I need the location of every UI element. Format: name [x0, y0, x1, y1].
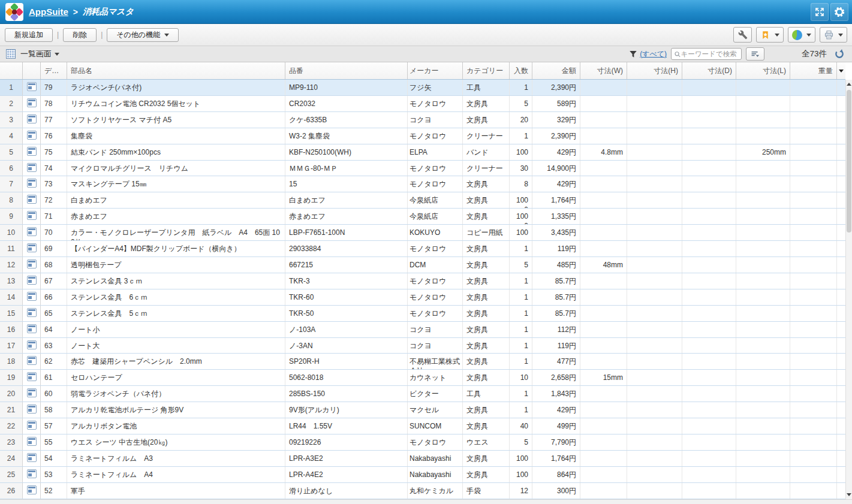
cell-icon[interactable]: [23, 241, 41, 256]
table-row[interactable]: 674マイクロマルチグリース リチウムＭＭＧ-80-ＭＰモノタロウクリーナー30…: [0, 161, 845, 177]
record-form-icon[interactable]: [27, 227, 37, 236]
table-row[interactable]: 2553ラミネートフィルム A4LPR-A4E2Nakabayashi文房具10…: [0, 467, 845, 483]
record-form-icon[interactable]: [27, 195, 37, 204]
record-form-icon[interactable]: [27, 356, 37, 365]
admin-tools-button[interactable]: [733, 27, 752, 43]
column-chooser-button[interactable]: [837, 62, 845, 79]
cell-icon[interactable]: [23, 144, 41, 160]
table-row[interactable]: 1664ノート小ノ-103Aコクヨ文房具1112円: [0, 322, 845, 338]
table-row[interactable]: 2454ラミネートフィルム A3LPR-A3E2Nakabayashi文房具10…: [0, 451, 845, 467]
record-form-icon[interactable]: [27, 211, 37, 220]
table-row[interactable]: 773マスキングテープ 15㎜15モノタロウ文房具8429円: [0, 176, 845, 192]
appsuite-logo-icon[interactable]: [5, 3, 23, 21]
record-form-icon[interactable]: [27, 131, 37, 140]
table-row[interactable]: 278リチウムコイン電池 CR2032 5個セットCR2032モノタロウ文房具5…: [0, 96, 845, 112]
record-form-icon[interactable]: [27, 388, 37, 397]
record-form-icon[interactable]: [27, 469, 37, 478]
view-selector[interactable]: 一覧画面: [20, 49, 52, 59]
record-form-icon[interactable]: [27, 276, 37, 285]
column-header-part_no[interactable]: 品番: [285, 62, 408, 79]
cell-icon[interactable]: [23, 370, 41, 385]
cell-icon[interactable]: [23, 434, 41, 450]
table-row[interactable]: 1268透明梱包テープ667215DCM文房具5485円48mm: [0, 257, 845, 273]
table-row[interactable]: 2257アルカリボタン電池LR44 1.55VSUNCOM文房具40499円: [0, 418, 845, 434]
record-form-icon[interactable]: [27, 163, 37, 172]
record-form-icon[interactable]: [27, 114, 37, 123]
record-form-icon[interactable]: [27, 405, 37, 414]
table-row[interactable]: 1466ステンレス金具 6ｃｍTKR-60モノタロウ文房具185.7円: [0, 289, 845, 306]
brand-link[interactable]: AppSuite: [29, 7, 68, 17]
cell-icon[interactable]: [23, 354, 41, 369]
chart-menu-button[interactable]: [788, 27, 815, 43]
column-header-part_name[interactable]: 部品名: [67, 62, 285, 79]
record-form-icon[interactable]: [27, 372, 37, 381]
horizontal-scroll-track[interactable]: [0, 499, 852, 504]
table-row[interactable]: 575結束バンド 250mm×100pcsKBF-N250100(WH)ELPA…: [0, 144, 845, 161]
column-header-weight[interactable]: 重量: [790, 62, 837, 79]
refresh-button[interactable]: [834, 49, 845, 59]
cell-icon[interactable]: [23, 273, 41, 289]
table-row[interactable]: 872白まめエフ白まめエフ今泉紙店文房具10001,764円: [0, 192, 845, 209]
table-row[interactable]: 377ソフトクリヤケース マチ付 A5クケ-6335Bコクヨ文房具20329円: [0, 112, 845, 128]
scrollbar-thumb[interactable]: [847, 90, 851, 233]
cell-icon[interactable]: [23, 402, 41, 418]
cell-icon[interactable]: [23, 306, 41, 321]
record-form-icon[interactable]: [27, 308, 37, 317]
table-row[interactable]: 476集塵袋W3-2 集塵袋モノタロウクリーナー12,390円: [0, 128, 845, 144]
fullscreen-button[interactable]: [811, 3, 829, 21]
add-new-button[interactable]: 新規追加: [5, 28, 53, 42]
cell-icon[interactable]: [23, 176, 41, 192]
record-form-icon[interactable]: [27, 259, 37, 268]
record-form-icon[interactable]: [27, 485, 37, 494]
vertical-scrollbar[interactable]: [845, 80, 852, 499]
chevron-down-icon[interactable]: [55, 53, 59, 56]
cell-icon[interactable]: [23, 386, 41, 402]
sort-options-button[interactable]: [746, 47, 764, 61]
table-row[interactable]: 2652軍手滑り止めなし丸和ケミカル手袋12300円: [0, 483, 845, 499]
table-row[interactable]: 1862赤芯 建築用シャープペンシル 2.0mmSP20R-H不易糊工業株式会社…: [0, 354, 845, 370]
print-menu-button[interactable]: [820, 27, 847, 43]
cell-icon[interactable]: [23, 418, 41, 434]
settings-button[interactable]: [830, 3, 848, 21]
more-functions-button[interactable]: その他の機能: [107, 28, 179, 42]
table-row[interactable]: 1961セロハンテープ5062-8018カウネット文房具102,658円15mm: [0, 370, 845, 386]
scroll-down-button[interactable]: [846, 490, 852, 499]
table-row[interactable]: 179ラジオペンチ(バネ付)MP9-110フジ矢工具12,390円: [0, 80, 845, 96]
table-row[interactable]: 1367ステンレス金具 3ｃｍTKR-3モノタロウ文房具185.7円: [0, 273, 845, 289]
column-header-dim_h[interactable]: 寸法(H): [627, 62, 682, 79]
record-form-icon[interactable]: [27, 421, 37, 430]
cell-icon[interactable]: [23, 192, 41, 208]
cell-icon[interactable]: [23, 128, 41, 144]
table-row[interactable]: 1070カラー・モノクロレーザープリンタ用 紙ラベル A4 65面 100枚LB…: [0, 225, 845, 241]
column-header-dim_l[interactable]: 寸法(L): [736, 62, 790, 79]
column-header-icon[interactable]: [23, 62, 41, 79]
column-header-dim_w[interactable]: 寸法(W): [580, 62, 627, 79]
cell-icon[interactable]: [23, 338, 41, 354]
table-row[interactable]: 1169【バインダーA4】MDF製クリップボード（横向き）29033884モノタ…: [0, 241, 845, 257]
cell-icon[interactable]: [23, 209, 41, 224]
column-header-data_id[interactable]: デ…: [41, 62, 67, 79]
record-form-icon[interactable]: [27, 340, 37, 349]
cell-icon[interactable]: [23, 467, 41, 482]
cell-icon[interactable]: [23, 225, 41, 240]
record-form-icon[interactable]: [27, 324, 37, 333]
record-form-icon[interactable]: [27, 437, 37, 446]
record-form-icon[interactable]: [27, 179, 37, 188]
column-header-dim_d[interactable]: 寸法(D): [682, 62, 736, 79]
table-row[interactable]: 971赤まめエフ赤まめエフ今泉紙店文房具10001,335円: [0, 209, 845, 225]
record-form-icon[interactable]: [27, 243, 37, 252]
table-row[interactable]: 1565ステンレス金具 5ｃｍTKR-50モノタロウ文房具185.7円: [0, 306, 845, 322]
record-form-icon[interactable]: [27, 147, 37, 156]
column-header-num[interactable]: [0, 62, 23, 79]
delete-button[interactable]: 削除: [63, 28, 97, 42]
cell-icon[interactable]: [23, 322, 41, 337]
table-row[interactable]: 2355ウエス シーツ 中古生地(20㎏)09219226モノタロウウエス57,…: [0, 434, 845, 451]
scroll-up-button[interactable]: [846, 80, 852, 89]
keyword-search-input[interactable]: [681, 50, 739, 58]
cell-icon[interactable]: [23, 80, 41, 95]
filter-all-link[interactable]: (すべて): [640, 49, 667, 59]
cell-icon[interactable]: [23, 96, 41, 111]
bookmark-menu-button[interactable]: [756, 27, 784, 43]
column-header-maker[interactable]: メーカー: [408, 62, 463, 79]
column-header-qty[interactable]: 入数: [510, 62, 532, 79]
